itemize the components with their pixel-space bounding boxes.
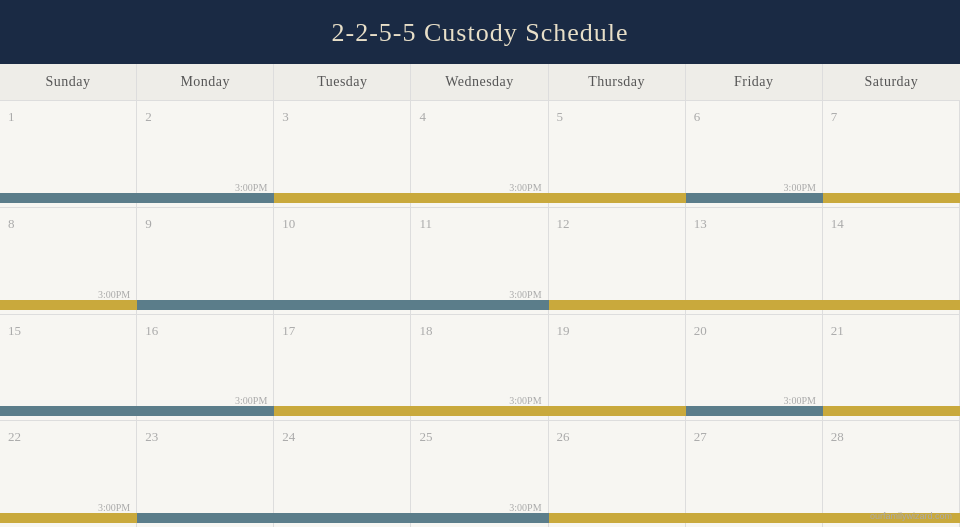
day-header-sunday: Sunday — [0, 64, 137, 100]
day-number: 4 — [419, 109, 426, 124]
day-cell: 26 — [549, 421, 686, 527]
day-cell: 253:00PM — [411, 421, 548, 527]
time-label: 3:00PM — [509, 395, 541, 406]
weeks-container: 123:00PM343:00PM563:00PM783:00PM910113:0… — [0, 101, 960, 527]
day-number: 27 — [694, 429, 707, 444]
day-number: 11 — [419, 216, 432, 231]
day-cell: 183:00PM — [411, 315, 548, 421]
day-number: 23 — [145, 429, 158, 444]
day-cell: 23:00PM — [137, 101, 274, 207]
watermark: ourfamilywizard.com — [870, 511, 952, 521]
time-label: 3:00PM — [235, 395, 267, 406]
day-cell: 12 — [549, 208, 686, 314]
day-number: 3 — [282, 109, 289, 124]
day-cell: 15 — [0, 315, 137, 421]
day-header-friday: Friday — [686, 64, 823, 100]
day-cell: 43:00PM — [411, 101, 548, 207]
day-cell: 19 — [549, 315, 686, 421]
day-cell: 17 — [274, 315, 411, 421]
day-cell: 13 — [686, 208, 823, 314]
day-number: 8 — [8, 216, 15, 231]
day-cell: 24 — [274, 421, 411, 527]
day-headers-row: SundayMondayTuesdayWednesdayThursdayFrid… — [0, 64, 960, 101]
day-number: 26 — [557, 429, 570, 444]
day-number: 2 — [145, 109, 152, 124]
day-number: 12 — [557, 216, 570, 231]
day-number: 6 — [694, 109, 701, 124]
day-number: 22 — [8, 429, 21, 444]
day-cell: 163:00PM — [137, 315, 274, 421]
day-number: 21 — [831, 323, 844, 338]
day-cell: 9 — [137, 208, 274, 314]
day-number: 13 — [694, 216, 707, 231]
day-number: 25 — [419, 429, 432, 444]
time-label: 3:00PM — [98, 502, 130, 513]
day-cell: 10 — [274, 208, 411, 314]
day-cell: 23 — [137, 421, 274, 527]
day-cell: 14 — [823, 208, 960, 314]
day-number: 18 — [419, 323, 432, 338]
day-cell: 27 — [686, 421, 823, 527]
day-cell: 3 — [274, 101, 411, 207]
time-label: 3:00PM — [98, 289, 130, 300]
day-header-monday: Monday — [137, 64, 274, 100]
day-number: 19 — [557, 323, 570, 338]
day-header-thursday: Thursday — [549, 64, 686, 100]
day-cell: 1 — [0, 101, 137, 207]
page-title: 2-2-5-5 Custody Schedule — [332, 18, 629, 47]
time-label: 3:00PM — [509, 502, 541, 513]
day-header-tuesday: Tuesday — [274, 64, 411, 100]
time-label: 3:00PM — [784, 395, 816, 406]
day-number: 28 — [831, 429, 844, 444]
day-cell: 203:00PM — [686, 315, 823, 421]
day-number: 24 — [282, 429, 295, 444]
week-row-3: 15163:00PM17183:00PM19203:00PM21 — [0, 315, 960, 422]
day-cell: 113:00PM — [411, 208, 548, 314]
day-header-wednesday: Wednesday — [411, 64, 548, 100]
week-row-4: 223:00PM2324253:00PM262728ourfamilywizar… — [0, 421, 960, 527]
page-header: 2-2-5-5 Custody Schedule — [0, 0, 960, 64]
calendar: SundayMondayTuesdayWednesdayThursdayFrid… — [0, 64, 960, 527]
time-label: 3:00PM — [784, 182, 816, 193]
day-number: 20 — [694, 323, 707, 338]
day-number: 1 — [8, 109, 15, 124]
day-number: 7 — [831, 109, 838, 124]
day-cell: 83:00PM — [0, 208, 137, 314]
time-label: 3:00PM — [509, 289, 541, 300]
day-cell: 5 — [549, 101, 686, 207]
day-cell: 63:00PM — [686, 101, 823, 207]
time-label: 3:00PM — [509, 182, 541, 193]
day-number: 9 — [145, 216, 152, 231]
week-row-2: 83:00PM910113:00PM121314 — [0, 208, 960, 315]
day-number: 14 — [831, 216, 844, 231]
day-cell: 223:00PM — [0, 421, 137, 527]
time-label: 3:00PM — [235, 182, 267, 193]
week-row-1: 123:00PM343:00PM563:00PM7 — [0, 101, 960, 208]
day-number: 16 — [145, 323, 158, 338]
day-cell: 21 — [823, 315, 960, 421]
day-header-saturday: Saturday — [823, 64, 960, 100]
day-number: 17 — [282, 323, 295, 338]
page-wrapper: 2-2-5-5 Custody Schedule SundayMondayTue… — [0, 0, 960, 527]
day-number: 15 — [8, 323, 21, 338]
day-number: 10 — [282, 216, 295, 231]
day-cell: 7 — [823, 101, 960, 207]
day-number: 5 — [557, 109, 564, 124]
